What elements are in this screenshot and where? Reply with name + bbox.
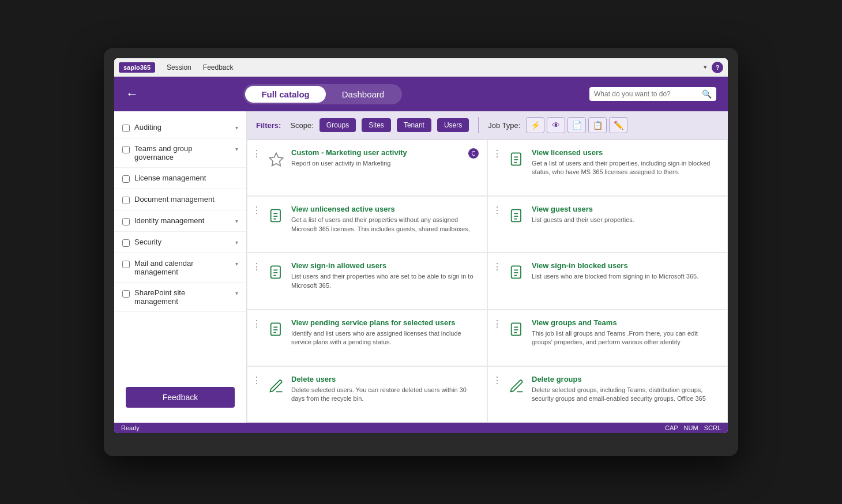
card-dots-3[interactable]: ⋮	[252, 206, 261, 215]
sidebar-item-mail[interactable]: Mail and calendar management ▾	[114, 253, 246, 283]
sidebar: Auditing ▾ Teams and group governance ▾ …	[114, 111, 247, 423]
card-content-1: Custom - Marketing user activity Report …	[291, 148, 464, 168]
card-dots-2[interactable]: ⋮	[493, 149, 502, 159]
chevron-down-icon: ▾	[235, 125, 238, 131]
sidebar-label-auditing: Auditing	[134, 123, 231, 131]
sidebar-label-mail: Mail and calendar management	[134, 259, 231, 276]
card-signin-allowed[interactable]: ⋮ View sign-in allowed users List u	[247, 253, 487, 309]
sidebar-label-teams: Teams and group governance	[134, 144, 231, 161]
card-dots-7[interactable]: ⋮	[252, 319, 261, 329]
card-custom-marketing[interactable]: ⋮ Custom - Marketing user activity Repor…	[247, 140, 487, 196]
session-menu[interactable]: Session	[161, 61, 197, 74]
sidebar-item-identity[interactable]: Identity management ▾	[114, 210, 246, 232]
svg-rect-25	[512, 323, 521, 335]
card-dots-5[interactable]: ⋮	[252, 262, 261, 272]
card-title-8: View groups and Teams	[532, 318, 719, 327]
chevron-down-icon-teams: ▾	[235, 146, 238, 152]
job-icon-lightning[interactable]: ⚡	[526, 117, 544, 133]
job-icon-list[interactable]: 📋	[588, 117, 607, 133]
sidebar-label-security: Security	[134, 238, 231, 246]
card-dots-9[interactable]: ⋮	[252, 376, 261, 385]
dropdown-icon: ▾	[704, 63, 707, 71]
job-icon-doc[interactable]: 📄	[567, 117, 586, 133]
card-title-6: View sign-in blocked users	[532, 261, 719, 270]
card-desc-8: This job list all groups and Teams .From…	[532, 329, 719, 347]
card-icon-doc-2	[506, 149, 527, 170]
feedback-menu[interactable]: Feedback	[197, 61, 239, 74]
nav-tabs: Full catalog Dashboard	[243, 84, 402, 104]
filter-groups-button[interactable]: Groups	[319, 118, 356, 132]
tab-full-catalog[interactable]: Full catalog	[245, 86, 325, 103]
menu-bar: sapio365 Session Feedback ▾ ?	[114, 58, 728, 77]
sidebar-checkbox-identity[interactable]	[122, 218, 130, 225]
status-scrl: SCRL	[704, 424, 721, 431]
filters-label: Filters:	[256, 121, 281, 130]
card-dots-10[interactable]: ⋮	[493, 376, 502, 385]
card-view-groups[interactable]: ⋮ View groups and Teams This job li	[487, 310, 728, 366]
card-desc-3: Get a list of users and their properties…	[291, 216, 479, 234]
sidebar-checkbox-teams[interactable]	[122, 146, 130, 153]
sidebar-item-sharepoint[interactable]: SharePoint site management ▾	[114, 283, 246, 312]
sidebar-item-auditing[interactable]: Auditing ▾	[114, 117, 246, 138]
feedback-button[interactable]: Feedback	[126, 387, 235, 408]
sidebar-checkbox-license[interactable]	[122, 175, 130, 183]
search-bar: 🔍	[589, 87, 716, 101]
card-dots-4[interactable]: ⋮	[493, 206, 502, 215]
sidebar-item-teams[interactable]: Teams and group governance ▾	[114, 138, 246, 168]
card-desc-6: List users who are blocked from signing …	[532, 272, 719, 281]
card-dots-1[interactable]: ⋮	[252, 149, 261, 159]
sidebar-feedback-area: Feedback	[114, 378, 246, 417]
card-content-7: View pending service plans for selected …	[291, 318, 479, 347]
card-guest-users[interactable]: ⋮ View guest users List guests and	[487, 196, 728, 253]
job-icon-eye[interactable]: 👁	[547, 117, 565, 133]
tab-dashboard[interactable]: Dashboard	[326, 86, 400, 103]
sidebar-checkbox-document[interactable]	[122, 197, 130, 204]
card-delete-groups[interactable]: ⋮ Delete groups Delete selected groups, …	[487, 366, 728, 423]
status-bar: Ready CAP NUM SCRL	[114, 423, 728, 433]
card-title-9: Delete users	[291, 375, 479, 383]
main-layout: Auditing ▾ Teams and group governance ▾ …	[114, 111, 728, 423]
chevron-down-icon-sharepoint: ▾	[235, 290, 238, 296]
card-pending-service[interactable]: ⋮ View pending service plans for selecte…	[247, 310, 487, 366]
card-desc-7: Identify and list users who are assigned…	[291, 329, 479, 347]
sidebar-label-license: License management	[134, 174, 238, 182]
sidebar-checkbox-auditing[interactable]	[122, 125, 130, 132]
card-licensed-users[interactable]: ⋮ View licensed users Get a list of	[487, 140, 728, 196]
svg-rect-21	[271, 323, 280, 335]
card-signin-blocked[interactable]: ⋮ View sign-in blocked users List u	[487, 253, 728, 309]
card-content-2: View licensed users Get a list of users …	[532, 148, 719, 177]
job-type-icons: ⚡ 👁 📄 📋 ✏️	[526, 117, 627, 133]
filter-sites-button[interactable]: Sites	[362, 118, 391, 132]
card-unlicensed-users[interactable]: ⋮ View unlicensed active users Get	[247, 196, 487, 253]
filter-tenant-button[interactable]: Tenant	[397, 118, 431, 132]
sidebar-checkbox-security[interactable]	[122, 239, 130, 247]
card-title-5: View sign-in allowed users	[291, 261, 479, 270]
help-button[interactable]: ?	[712, 62, 723, 73]
sidebar-checkbox-sharepoint[interactable]	[122, 290, 130, 298]
card-icon-star	[266, 149, 287, 170]
sidebar-checkbox-mail[interactable]	[122, 261, 130, 268]
chevron-down-icon-identity: ▾	[235, 218, 238, 224]
sidebar-item-license[interactable]: License management	[114, 168, 246, 189]
job-icon-edit[interactable]: ✏️	[609, 117, 627, 133]
filter-users-button[interactable]: Users	[437, 118, 469, 132]
chevron-down-icon-mail: ▾	[235, 261, 238, 267]
card-content-5: View sign-in allowed users List users an…	[291, 261, 479, 290]
sidebar-item-security[interactable]: Security ▾	[114, 232, 246, 253]
search-input[interactable]	[594, 90, 700, 98]
scope-label: Scope:	[290, 121, 313, 130]
card-icon-doc-5	[266, 262, 287, 283]
card-title-2: View licensed users	[532, 148, 719, 157]
svg-rect-13	[271, 266, 280, 279]
svg-marker-0	[269, 153, 283, 166]
card-delete-users[interactable]: ⋮ Delete users Delete selected users. Yo…	[247, 366, 487, 423]
card-dots-8[interactable]: ⋮	[493, 319, 502, 329]
back-button[interactable]: ←	[126, 86, 138, 101]
card-dots-6[interactable]: ⋮	[493, 262, 502, 272]
svg-rect-5	[271, 210, 280, 222]
card-icon-doc-8	[506, 319, 527, 340]
sidebar-item-document[interactable]: Document management	[114, 189, 246, 210]
chevron-down-icon-security: ▾	[235, 239, 238, 246]
card-icon-doc-7	[266, 319, 287, 340]
card-title-10: Delete groups	[532, 375, 719, 383]
